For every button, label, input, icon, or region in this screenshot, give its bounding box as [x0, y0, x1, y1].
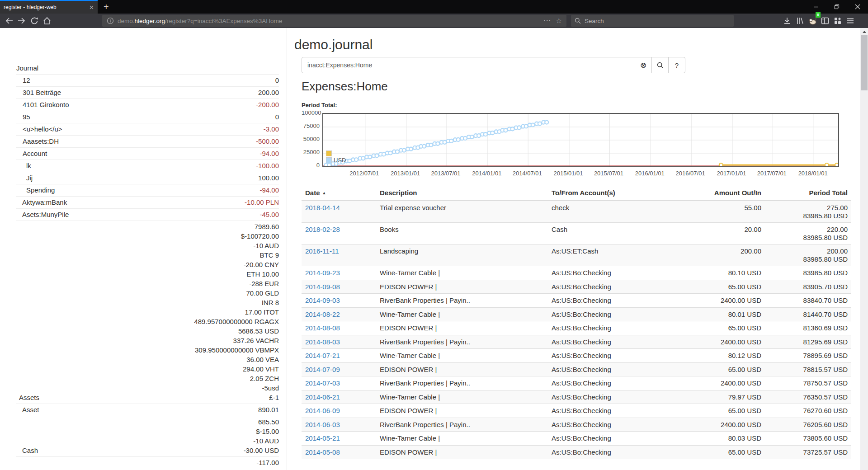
column-header-description[interactable]: Description: [376, 185, 548, 201]
new-tab-button[interactable]: +: [98, 0, 115, 14]
transaction-date-link[interactable]: 2014-06-21: [305, 393, 340, 401]
date-cell: 2014-07-03: [302, 376, 376, 390]
tab-close-icon[interactable]: ✕: [89, 4, 94, 11]
search-help-button[interactable]: ?: [668, 57, 685, 73]
transaction-date-link[interactable]: 2014-07-21: [305, 352, 340, 359]
tab-title: register - hledger-web: [4, 4, 86, 10]
chart-legend: USD: [326, 150, 346, 164]
account-link[interactable]: 12: [23, 76, 30, 84]
account-link[interactable]: Assets: [19, 394, 39, 401]
transaction-date-link[interactable]: 2018-02-28: [305, 226, 340, 233]
account-link[interactable]: lk: [26, 162, 31, 169]
account-link[interactable]: Jij: [26, 174, 33, 182]
date-cell: 2018-04-14: [302, 201, 376, 223]
x-axis-tick: 2012/07/01: [344, 170, 385, 177]
transaction-date-link[interactable]: 2014-09-23: [305, 269, 340, 277]
page-scrollbar[interactable]: [860, 28, 868, 470]
column-header-date[interactable]: Date▲: [302, 185, 376, 201]
downloads-icon[interactable]: [781, 15, 793, 27]
amount-cell: 80.03 USD: [679, 432, 765, 446]
account-link[interactable]: Aktywa:mBank: [22, 198, 67, 206]
account-link[interactable]: <u>hello</u>: [23, 125, 62, 133]
library-icon[interactable]: [793, 15, 806, 27]
extension-monkey-icon[interactable]: 0: [806, 15, 819, 27]
transaction-date-link[interactable]: 2014-07-09: [305, 366, 340, 373]
account-link[interactable]: Asset: [22, 406, 39, 414]
home-button[interactable]: [41, 15, 53, 27]
amount-cell: 79.97 USD: [679, 390, 765, 404]
browser-search-field[interactable]: Search: [571, 15, 734, 27]
query-input[interactable]: [302, 57, 635, 73]
transaction-date-link[interactable]: 2018-04-14: [305, 204, 340, 212]
account-link[interactable]: 4101 Girokonto: [23, 101, 69, 108]
close-window-button[interactable]: [847, 0, 868, 14]
date-cell: 2014-06-09: [302, 404, 376, 418]
balance-amount: $-100720.00: [117, 231, 279, 241]
account-balance: -200.00: [117, 99, 279, 111]
site-info-icon[interactable]: [107, 17, 114, 24]
minimize-button[interactable]: [806, 0, 826, 14]
account-link[interactable]: Asets:MunyPile: [22, 211, 69, 218]
menu-hamburger-icon[interactable]: [844, 15, 857, 27]
transaction-date-link[interactable]: 2014-05-21: [305, 434, 340, 442]
balance-amount: 2.05 ZCH: [117, 374, 279, 383]
transaction-date-link[interactable]: 2014-05-08: [305, 448, 340, 456]
back-button[interactable]: [3, 15, 15, 27]
transaction-date-link[interactable]: 2014-08-03: [305, 338, 340, 346]
screenshots-grid-icon[interactable]: [831, 15, 844, 27]
description-cell: RiverBank Properties | Payin..: [376, 418, 548, 432]
search-submit-button[interactable]: [651, 57, 669, 73]
register-row: 2014-06-09EDISON POWER |As:US:Bo:Checkin…: [302, 404, 851, 418]
transaction-date-link[interactable]: 2014-06-09: [305, 407, 340, 414]
y-axis-tick: 100000: [302, 109, 320, 116]
balance-amount: 70.00 GLD: [117, 288, 279, 298]
column-header-to-from-account-s-[interactable]: To/From Account(s): [548, 185, 679, 201]
forward-button[interactable]: [15, 15, 28, 27]
account-link[interactable]: 95: [23, 113, 30, 121]
transaction-date-link[interactable]: 2016-11-11: [305, 247, 339, 255]
page-actions-icon[interactable]: ···: [544, 17, 552, 24]
scrollbar-up-arrow[interactable]: [860, 28, 868, 35]
account-link[interactable]: Journal: [16, 64, 38, 72]
account-balance: -94.00: [117, 184, 279, 197]
account-balance: -117.00: [117, 457, 279, 469]
balance-amount: -20.00 CNY: [117, 260, 279, 269]
x-axis-tick: 2014/07/01: [507, 170, 547, 177]
transaction-date-link[interactable]: 2014-07-03: [305, 379, 340, 387]
scrollbar-thumb[interactable]: [861, 35, 868, 90]
amount-cell: 65.00 USD: [679, 445, 765, 459]
x-axis-tick: 2017/01/01: [711, 170, 752, 177]
register-row: 2014-07-21Wine-Tarner Cable |As:US:Bo:Ch…: [302, 349, 851, 363]
column-header-amount-out-in[interactable]: Amount Out/In: [679, 185, 765, 201]
y-axis-tick: 75000: [302, 122, 320, 129]
sidebar-account-row: Account-94.00: [16, 148, 279, 160]
transaction-date-link[interactable]: 2014-08-22: [305, 310, 340, 318]
total-line: 76350.57 USD: [769, 393, 848, 401]
transaction-date-link[interactable]: 2014-09-08: [305, 283, 340, 291]
total-line: 78750.57 USD: [769, 379, 848, 387]
restore-button[interactable]: [826, 0, 847, 14]
reload-button[interactable]: [28, 15, 41, 27]
description-cell: Wine-Tarner Cable |: [376, 307, 548, 321]
url-bar[interactable]: demo.hledger.org/register?q=inacct%3AExp…: [102, 15, 566, 27]
toolbar-actions: 0: [781, 15, 857, 27]
transaction-date-link[interactable]: 2014-09-03: [305, 296, 340, 304]
clear-circle-icon: ⊗: [640, 61, 646, 70]
column-header-period-total[interactable]: Period Total: [765, 185, 851, 201]
account-link[interactable]: Spending: [26, 186, 55, 194]
account-balance: -45.00: [117, 209, 279, 221]
total-line: 76205.60 USD: [769, 421, 848, 429]
register-row: 2018-04-14Trial expense vouchercheck55.0…: [302, 201, 851, 223]
account-link[interactable]: Aaasets:DH: [23, 137, 59, 145]
browser-tab[interactable]: register - hledger-web ✕: [0, 0, 98, 14]
transaction-date-link[interactable]: 2014-06-03: [305, 421, 340, 428]
clear-query-button[interactable]: ⊗: [635, 57, 652, 73]
legend-swatch: [326, 157, 332, 163]
sidebar-toggle-icon[interactable]: [819, 15, 831, 27]
bookmark-star-icon[interactable]: ☆: [556, 17, 562, 25]
account-link[interactable]: Cash: [22, 446, 38, 454]
account-link[interactable]: Account: [23, 150, 47, 157]
description-cell: Wine-Tarner Cable |: [376, 390, 548, 404]
transaction-date-link[interactable]: 2014-08-08: [305, 324, 340, 332]
account-link[interactable]: 301 Beiträge: [23, 89, 61, 96]
